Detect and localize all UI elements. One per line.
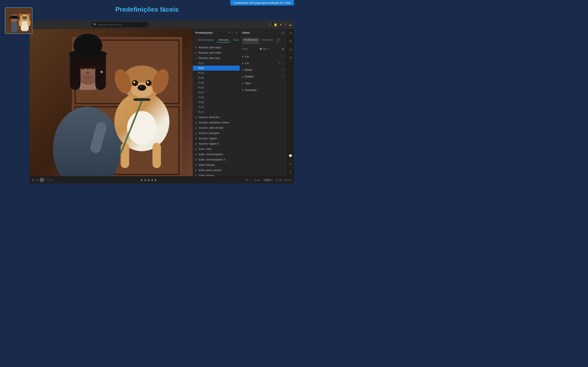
group-label: Assunto: paisagem bbox=[199, 132, 219, 134]
preset-item-pl03[interactable]: PL03 bbox=[193, 71, 240, 75]
preset-item-pl05[interactable]: PL05 bbox=[193, 80, 240, 85]
section-eye-icon[interactable]: 👁 bbox=[282, 68, 284, 71]
tab-auto[interactable]: Automático bbox=[260, 38, 275, 44]
flag-reject-icon[interactable]: ⚐ bbox=[249, 179, 251, 182]
preset-group-arquitetura[interactable]: ▶ Assunto: arquitetura urbana bbox=[193, 120, 240, 125]
svg-rect-41 bbox=[121, 143, 129, 168]
sliders-icon[interactable]: ⊟ bbox=[282, 31, 284, 34]
preset-group-vintage[interactable]: ▶ Estilo: vintage bbox=[193, 173, 240, 176]
presets-close-button[interactable]: × bbox=[236, 31, 237, 34]
section-eye-icon[interactable]: 👁 bbox=[278, 62, 281, 65]
presets-more-button[interactable]: ··· bbox=[232, 31, 234, 34]
adjustments-icon[interactable]: ⊟ bbox=[288, 31, 293, 35]
preset-item-pl08[interactable]: PL08 bbox=[193, 95, 240, 100]
group-label: Auto+: retrô bbox=[199, 148, 212, 150]
filter-icon[interactable]: ▽ bbox=[269, 23, 271, 26]
bell-icon[interactable]: 🔔 bbox=[274, 23, 277, 26]
preset-group-retratos-media[interactable]: ▶ Retratos: pele média bbox=[193, 50, 240, 55]
preset-item-pl10[interactable]: PL10 bbox=[193, 105, 240, 110]
masking-icon[interactable]: ⊕ bbox=[288, 55, 293, 60]
star-2[interactable]: ★ bbox=[144, 178, 147, 182]
star-3[interactable]: ★ bbox=[147, 178, 150, 182]
section-label: Ótica bbox=[245, 82, 284, 85]
svg-rect-17 bbox=[21, 21, 29, 31]
preset-group-cinemat[interactable]: ▶ Estilo: cinematográfico bbox=[193, 152, 240, 157]
preset-group-viagem[interactable]: ▶ Assunto: viagem bbox=[193, 136, 240, 141]
section-geometria[interactable]: ▶ Geometria bbox=[240, 87, 287, 94]
preset-item-pl06[interactable]: PL06 bbox=[193, 85, 240, 90]
single-view-icon[interactable]: ▭ bbox=[40, 178, 44, 182]
tab-bw[interactable]: P & B bbox=[276, 38, 284, 44]
share-icon[interactable]: ⬆ bbox=[280, 23, 282, 26]
preset-group-retro[interactable]: ▶ Auto+: retrô bbox=[193, 146, 240, 152]
rotate-icon[interactable]: ⊞ bbox=[279, 178, 281, 182]
chat-icon[interactable]: 💬 bbox=[288, 153, 293, 158]
section-chevron-icon: ▶ bbox=[242, 89, 244, 91]
cloud-icon[interactable]: ☁ bbox=[289, 23, 292, 26]
svg-point-15 bbox=[26, 17, 26, 18]
preset-group-viagem2[interactable]: ▶ Assunto: viagem II bbox=[193, 141, 240, 146]
group-label: Assunto: alimentos bbox=[199, 116, 219, 119]
flag-pick-icon[interactable]: ⚑ bbox=[246, 179, 248, 182]
info-icon[interactable]: ℹ bbox=[288, 170, 293, 175]
star-1[interactable]: ★ bbox=[140, 178, 143, 182]
group-label: Estilo: preto e branco bbox=[199, 169, 222, 172]
preset-item-pl11[interactable]: PL11 bbox=[193, 110, 240, 115]
search-box[interactable]: 🔍 Pesquisar Sharad Smith bbox=[91, 22, 149, 27]
star-4[interactable]: ★ bbox=[151, 178, 154, 182]
filmstrip-icon[interactable]: ⊟ bbox=[36, 178, 38, 182]
presets-add-button[interactable]: + bbox=[228, 31, 230, 34]
section-eye-icon[interactable]: 👁 bbox=[282, 75, 284, 78]
grid-view-icon[interactable]: ⊞ bbox=[32, 178, 34, 182]
tab-recommended[interactable]: Recomendado bbox=[195, 38, 216, 43]
svg-point-50 bbox=[146, 80, 152, 86]
svg-point-35 bbox=[91, 66, 95, 69]
section-otica[interactable]: ▶ Ótica bbox=[240, 80, 287, 87]
preset-group-retratos-negra[interactable]: ▶ Retratos: pele negra bbox=[193, 45, 240, 50]
preset-group-estilo-vida[interactable]: ▶ Assunto: estilo de vida bbox=[193, 125, 240, 131]
edit-panel: Editar ⊟ Predefinições Automático P & B … bbox=[240, 29, 287, 176]
profile-value[interactable]: Cor bbox=[263, 48, 267, 50]
section-luz[interactable]: ▶ Luz 👁 bbox=[240, 53, 287, 60]
tab-premium[interactable]: Premium bbox=[216, 38, 231, 43]
preset-item-pl01[interactable]: PL01 bbox=[193, 61, 240, 66]
preset-item-pl02[interactable]: PL02 bbox=[193, 66, 240, 71]
compare-icon[interactable]: ⊟ bbox=[276, 178, 278, 182]
preset-group-paisagem[interactable]: ▶ Assunto: paisagem bbox=[193, 131, 240, 136]
star-5[interactable]: ★ bbox=[154, 178, 157, 182]
chevron-open-icon: ▼ bbox=[195, 57, 198, 59]
section-eye-icon[interactable]: 👁 bbox=[282, 55, 284, 58]
chevron-icon: ▶ bbox=[195, 116, 198, 118]
group-label: Estilo: vintage bbox=[199, 174, 214, 176]
healing-icon[interactable]: ◎ bbox=[288, 47, 293, 52]
sort-chevron-icon[interactable]: ▾ bbox=[51, 178, 52, 182]
tag-icon[interactable]: 🏷 bbox=[288, 161, 293, 166]
top-area: A assinatura será paga após avaliação de… bbox=[0, 0, 294, 20]
section-efeitos[interactable]: ▶ Efeitos 👁 bbox=[240, 67, 287, 73]
section-detalhe[interactable]: ▶ Detalhe 👁 bbox=[240, 73, 287, 80]
right-sidebar: ⊟ ⊞ ◎ ⊕ 💬 🏷 ℹ bbox=[287, 29, 294, 176]
preset-group-cinemat2[interactable]: ▶ Estilo: cinematográfico II bbox=[193, 157, 240, 162]
preset-group-preto-branco[interactable]: ▶ Estilo: preto e branco bbox=[193, 167, 240, 173]
svg-rect-7 bbox=[11, 22, 17, 33]
preset-group-alimentos[interactable]: ▶ Assunto: alimentos bbox=[193, 115, 240, 120]
section-chevron-icon: ▶ bbox=[242, 62, 244, 64]
zoom-selector[interactable]: 100% ▾ bbox=[263, 178, 274, 182]
crop-icon[interactable]: ⊞ bbox=[288, 39, 293, 44]
profile-grid-icon[interactable]: ⊞ bbox=[282, 47, 284, 50]
section-cor[interactable]: ▶ Cor 👁 ··· bbox=[240, 60, 287, 67]
section-more-icon[interactable]: ··· bbox=[282, 62, 284, 65]
edit-sections: ▶ Luz 👁 ▶ Cor 👁 ··· ▶ Efeitos 👁 bbox=[240, 52, 287, 176]
help-icon[interactable]: ? bbox=[285, 23, 286, 26]
preset-item-pl07[interactable]: PL07 bbox=[193, 90, 240, 95]
preset-group-futurista[interactable]: ▶ Estilo: futurista bbox=[193, 162, 240, 167]
profile-value-area[interactable]: Cor ▼ bbox=[260, 48, 270, 50]
sort-icon[interactable]: ≡ bbox=[47, 178, 49, 182]
preset-item-pl09[interactable]: PL09 bbox=[193, 100, 240, 105]
preset-item-pl04[interactable]: PL04 bbox=[193, 75, 240, 80]
tab-presets[interactable]: Predefinições bbox=[242, 38, 259, 44]
search-icon: 🔍 bbox=[94, 23, 96, 26]
search-input[interactable]: Pesquisar Sharad Smith bbox=[98, 24, 122, 26]
section-label: Efeitos bbox=[245, 68, 282, 71]
preset-group-retratos-clara[interactable]: ▼ Retratos: pele clara bbox=[193, 55, 240, 61]
